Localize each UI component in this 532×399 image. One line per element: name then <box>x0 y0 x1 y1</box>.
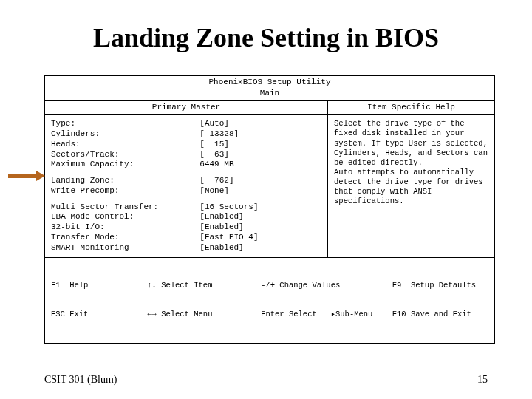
svg-marker-1 <box>36 171 45 181</box>
key-change-values: -/+ Change Values <box>261 281 392 290</box>
setting-label: Transfer Mode: <box>51 233 200 243</box>
setting-label: Type: <box>51 119 200 129</box>
setting-row[interactable]: LBA Mode Control:[Enabled] <box>51 212 321 222</box>
setting-row[interactable]: Multi Sector Transfer:[16 Sectors] <box>51 202 321 213</box>
setting-row[interactable]: Cylinders:[ 13328] <box>51 129 321 140</box>
setting-row[interactable]: Landing Zone:[ 762] <box>51 176 321 186</box>
setting-label: Heads: <box>51 140 200 150</box>
setting-row[interactable]: Type:[Auto] <box>51 119 321 129</box>
setting-label: SMART Monitoring <box>51 243 200 253</box>
pointer-arrow-icon <box>8 171 45 181</box>
setting-label: LBA Mode Control: <box>51 212 200 222</box>
setting-value[interactable]: [Enabled] <box>200 243 243 253</box>
key-enter-select: Enter Select ▸Sub-Menu <box>261 310 392 319</box>
setting-row[interactable]: Transfer Mode:[Fast PIO 4] <box>51 233 321 243</box>
setting-value[interactable]: [Enabled] <box>200 212 243 222</box>
bios-title-bar: PhoenixBIOS Setup Utility Main <box>45 76 494 101</box>
bios-settings-pane: Type:[Auto]Cylinders:[ 13328]Heads:[ 15]… <box>45 115 328 257</box>
setting-label: Multi Sector Transfer: <box>51 202 200 213</box>
setting-value[interactable]: [Fast PIO 4] <box>200 233 258 243</box>
setting-row[interactable]: SMART Monitoring[Enabled] <box>51 243 321 253</box>
bios-help-text: Select the drive type of the fixed disk … <box>334 119 488 206</box>
setting-value[interactable]: [ 63] <box>200 150 229 160</box>
slide-footer: CSIT 301 (Blum) 15 <box>0 374 532 386</box>
setting-label: Write Precomp: <box>51 186 200 197</box>
bios-tab-main[interactable]: Main <box>45 88 494 100</box>
slide-page-number: 15 <box>477 374 488 386</box>
slide-title: Landing Zone Setting in BIOS <box>0 0 532 61</box>
bios-key-legend: F1 Help ESC Exit ↑↓ Select Item ←→ Selec… <box>45 258 494 343</box>
setting-value[interactable]: [ 762] <box>200 176 233 186</box>
setting-value[interactable]: 6449 MB <box>200 160 233 170</box>
bios-subheader: Primary Master Item Specific Help <box>45 101 494 115</box>
bios-window: PhoenixBIOS Setup Utility Main Primary M… <box>44 75 495 344</box>
setting-row[interactable]: 32-bit I/O:[Enabled] <box>51 222 321 233</box>
setting-value[interactable]: [Enabled] <box>200 222 243 233</box>
key-help: F1 Help <box>51 281 147 290</box>
key-setup-defaults: F9 Setup Defaults <box>392 281 488 290</box>
setting-value[interactable]: [16 Sectors] <box>200 202 258 213</box>
key-select-item: ↑↓ Select Item <box>147 281 261 290</box>
setting-row[interactable]: Maximum Capacity:6449 MB <box>51 160 321 170</box>
svg-rect-0 <box>8 174 36 178</box>
setting-label: 32-bit I/O: <box>51 222 200 233</box>
bios-subheader-right: Item Specific Help <box>328 101 494 115</box>
setting-row[interactable]: Write Precomp:[None] <box>51 186 321 197</box>
setting-label: Cylinders: <box>51 129 200 140</box>
bios-utility-title: PhoenixBIOS Setup Utility <box>45 78 494 88</box>
setting-label: Maximum Capacity: <box>51 160 200 170</box>
slide-footer-left: CSIT 301 (Blum) <box>44 374 117 386</box>
bios-subheader-left: Primary Master <box>45 101 328 115</box>
setting-value[interactable]: [ 13328] <box>200 129 239 140</box>
setting-value[interactable]: [ 15] <box>200 140 229 150</box>
setting-row[interactable]: Sectors/Track:[ 63] <box>51 150 321 160</box>
setting-value[interactable]: [None] <box>200 186 229 197</box>
key-select-menu: ←→ Select Menu <box>147 310 261 319</box>
setting-label: Sectors/Track: <box>51 150 200 160</box>
setting-value[interactable]: [Auto] <box>200 119 229 129</box>
key-exit: ESC Exit <box>51 310 147 319</box>
setting-label: Landing Zone: <box>51 176 200 186</box>
bios-help-pane: Select the drive type of the fixed disk … <box>328 115 494 257</box>
setting-row[interactable]: Heads:[ 15] <box>51 140 321 150</box>
key-save-exit: F10 Save and Exit <box>392 310 488 319</box>
